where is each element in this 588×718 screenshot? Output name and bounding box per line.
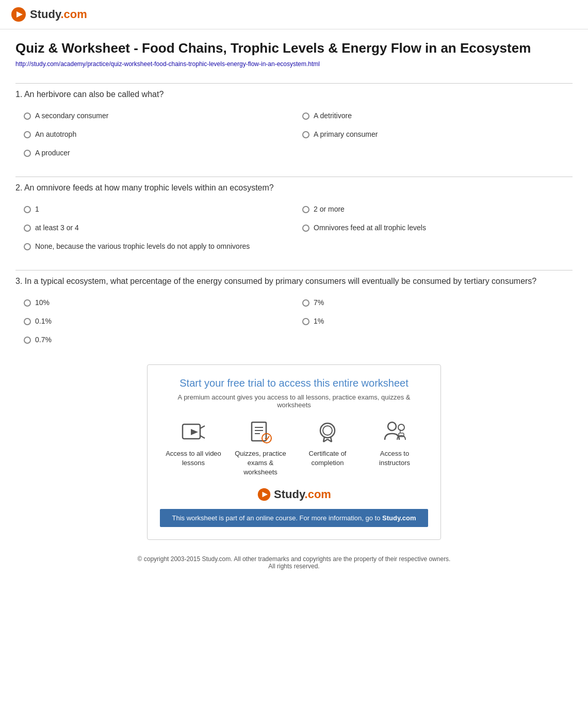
question-1: 1. An herbivore can also be called what?… xyxy=(15,83,573,162)
radio-1-3[interactable] xyxy=(24,131,31,138)
radio-2-2[interactable] xyxy=(302,206,309,213)
option-1-4[interactable]: A primary consumer xyxy=(294,125,573,143)
studycom-logo-icon xyxy=(10,6,27,23)
option-label-3-1: 10% xyxy=(35,298,50,307)
radio-1-4[interactable] xyxy=(302,131,309,138)
svg-point-19 xyxy=(388,422,396,430)
option-label-2-4: Omnivores feed at all trophic levels xyxy=(314,224,426,232)
question-1-text: 1. An herbivore can also be called what? xyxy=(15,83,573,99)
option-2-2[interactable]: 2 or more xyxy=(294,200,573,218)
option-label-1-3: An autotroph xyxy=(35,130,76,138)
footer: © copyright 2003-2015 Study.com. All oth… xyxy=(15,555,573,580)
footer-text2: All rights reserved. xyxy=(15,563,573,570)
feature-instructors-label: Access to instructors xyxy=(366,449,423,468)
radio-2-4[interactable] xyxy=(302,225,309,232)
video-icon xyxy=(181,419,206,445)
option-label-2-2: 2 or more xyxy=(314,205,345,213)
promo-brand: Study.com xyxy=(160,487,428,502)
option-3-2[interactable]: 7% xyxy=(294,293,573,312)
promo-brand-text: Study.com xyxy=(274,488,331,501)
header: Study.com xyxy=(0,0,588,29)
radio-full-3-1[interactable] xyxy=(24,337,31,344)
feature-quiz: Quizzes, practice exams & worksheets xyxy=(232,419,289,477)
option-2-1[interactable]: 1 xyxy=(15,200,294,218)
svg-line-4 xyxy=(200,426,205,428)
instructor-icon xyxy=(382,419,407,445)
promo-box: Start your free trial to access this ent… xyxy=(147,364,441,540)
promo-features: Access to all video lessons Quizzes, pra… xyxy=(160,419,428,477)
page-url[interactable]: http://study.com/academy/practice/quiz-w… xyxy=(15,60,573,68)
promo-logo-icon xyxy=(257,487,271,502)
option-2-4[interactable]: Omnivores feed at all trophic levels xyxy=(294,218,573,237)
page-title: Quiz & Worksheet - Food Chains, Trophic … xyxy=(15,40,573,57)
feature-instructors: Access to instructors xyxy=(366,419,423,477)
radio-3-1[interactable] xyxy=(24,299,31,307)
option-3-4[interactable]: 1% xyxy=(294,312,573,330)
option-label-1-4: A primary consumer xyxy=(314,130,378,138)
question-3: 3. In a typical ecosystem, what percenta… xyxy=(15,270,573,349)
info-bar: This worksheet is part of an online cour… xyxy=(160,509,428,527)
svg-point-20 xyxy=(398,424,404,430)
option-3-3[interactable]: 0.1% xyxy=(15,312,294,330)
question-2-options: 12 or moreat least 3 or 4Omnivores feed … xyxy=(15,200,573,256)
svg-marker-3 xyxy=(191,429,198,435)
option-3-1[interactable]: 10% xyxy=(15,293,294,312)
feature-video-label: Access to all video lessons xyxy=(165,449,222,468)
question-2-text: 2. An omnivore feeds at how many trophic… xyxy=(15,177,573,193)
svg-line-5 xyxy=(200,436,205,438)
radio-full-1-1[interactable] xyxy=(24,150,31,157)
promo-title: Start your free trial to access this ent… xyxy=(160,377,428,389)
radio-2-1[interactable] xyxy=(24,206,31,213)
radio-full-2-1[interactable] xyxy=(24,243,31,250)
quiz-icon xyxy=(248,419,273,445)
main-content: Quiz & Worksheet - Food Chains, Trophic … xyxy=(0,29,588,591)
logo-text: Study.com xyxy=(30,8,87,21)
option-1-2[interactable]: A detritivore xyxy=(294,106,573,125)
option-label-3-4: 1% xyxy=(314,317,324,325)
info-bar-text: This worksheet is part of an online cour… xyxy=(172,514,382,522)
radio-3-2[interactable] xyxy=(302,299,309,307)
option-label-full-3-1: 0.7% xyxy=(35,336,52,344)
radio-3-4[interactable] xyxy=(302,318,309,325)
option-label-2-3: at least 3 or 4 xyxy=(35,224,79,232)
radio-3-3[interactable] xyxy=(24,318,31,325)
footer-text1: © copyright 2003-2015 Study.com. All oth… xyxy=(15,555,573,563)
option-1-1[interactable]: A secondary consumer xyxy=(15,106,294,125)
certificate-icon xyxy=(315,419,340,445)
option-label-full-2-1: None, because the various trophic levels… xyxy=(35,242,250,250)
question-3-text: 3. In a typical ecosystem, what percenta… xyxy=(15,270,573,286)
feature-certificate: Certificate of completion xyxy=(299,419,356,477)
option-1-3[interactable]: An autotroph xyxy=(15,125,294,143)
option-label-3-3: 0.1% xyxy=(35,317,52,325)
option-label-2-1: 1 xyxy=(35,205,39,213)
radio-1-2[interactable] xyxy=(302,113,309,120)
option-full-1-1[interactable]: A producer xyxy=(15,143,573,162)
option-label-3-2: 7% xyxy=(314,298,324,307)
feature-certificate-label: Certificate of completion xyxy=(299,449,356,468)
question-1-options: A secondary consumerA detritivoreAn auto… xyxy=(15,106,573,162)
option-label-full-1-1: A producer xyxy=(35,149,70,157)
option-label-1-2: A detritivore xyxy=(314,111,352,120)
option-full-2-1[interactable]: None, because the various trophic levels… xyxy=(15,237,573,256)
svg-rect-6 xyxy=(252,422,266,441)
questions-container: 1. An herbivore can also be called what?… xyxy=(15,83,573,349)
info-bar-link[interactable]: Study.com xyxy=(382,514,416,522)
question-2: 2. An omnivore feeds at how many trophic… xyxy=(15,177,573,256)
svg-line-12 xyxy=(267,436,269,440)
option-label-1-1: A secondary consumer xyxy=(35,111,108,120)
radio-1-1[interactable] xyxy=(24,113,31,120)
promo-subtitle: A premium account gives you access to al… xyxy=(160,393,428,409)
radio-2-3[interactable] xyxy=(24,225,31,232)
option-full-3-1[interactable]: 0.7% xyxy=(15,330,573,349)
question-3-options: 10%7%0.1%1%0.7% xyxy=(15,293,573,349)
logo-area[interactable]: Study.com xyxy=(10,6,578,23)
feature-quiz-label: Quizzes, practice exams & worksheets xyxy=(232,449,289,477)
feature-video: Access to all video lessons xyxy=(165,419,222,477)
option-2-3[interactable]: at least 3 or 4 xyxy=(15,218,294,237)
svg-point-14 xyxy=(323,426,332,435)
